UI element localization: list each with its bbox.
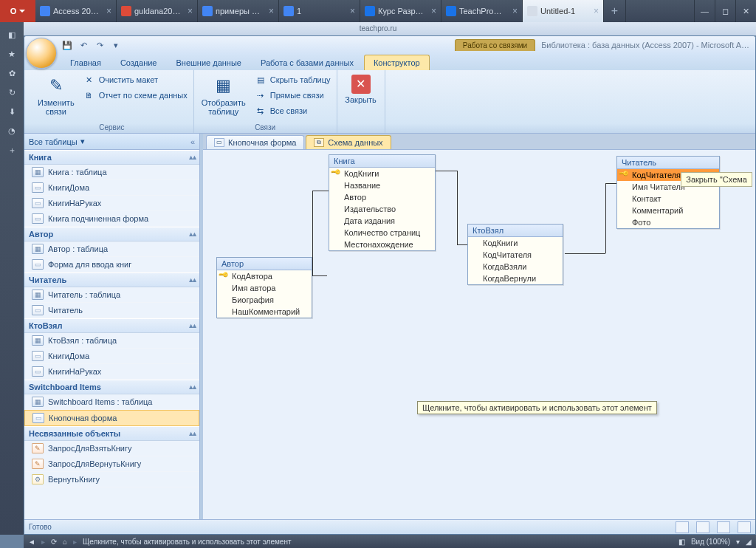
nav-item[interactable]: ▭Книга подчиненная форма (24, 211, 199, 227)
table-field[interactable]: Контакт (617, 193, 719, 205)
reload-icon[interactable]: ⟳ (51, 538, 57, 546)
table-field[interactable]: Автор (329, 191, 435, 203)
undo-icon[interactable]: ↶ (78, 41, 89, 50)
table-field[interactable]: КодКниги (329, 168, 435, 179)
nav-group-header[interactable]: Книга▲▲ (24, 150, 199, 165)
gear-icon[interactable]: ✿ (5, 66, 18, 80)
table-avtor[interactable]: АвторКодАвтораИмя автораБиографияНашКомм… (216, 257, 312, 318)
tab-external[interactable]: Внешние данные (168, 55, 250, 70)
window-maximize[interactable]: ◻ (715, 0, 735, 22)
table-header[interactable]: Автор (217, 258, 312, 270)
tab-close-icon[interactable]: × (269, 6, 274, 16)
table-ktovzyal[interactable]: КтоВзялКодКнигиКодЧитателяКогдаВзялиКогд… (467, 224, 563, 285)
browser-tab[interactable]: 1× (279, 0, 360, 22)
nav-group-header[interactable]: Читатель▲▲ (24, 273, 199, 287)
home-icon[interactable]: ⌂ (63, 538, 67, 546)
show-table-button[interactable]: ▦ Отобразить таблицу (199, 73, 249, 117)
table-field[interactable]: Название (329, 179, 435, 191)
tab-close-icon[interactable]: × (431, 6, 436, 16)
nav-group-header[interactable]: Автор▲▲ (24, 227, 199, 242)
table-field[interactable]: Количество страниц (329, 227, 435, 239)
nav-group-header[interactable]: Несвязанные объекты▲▲ (24, 426, 199, 441)
zoom-label[interactable]: Вид (100%) (691, 538, 730, 546)
table-chitatel[interactable]: ЧитательКодЧитателяИмя ЧитателяКонтактКо… (616, 156, 720, 229)
history-icon[interactable]: ◔ (5, 124, 18, 137)
nav-item[interactable]: ▭КнигиДома (24, 349, 199, 364)
browser-tab[interactable]: Untitled-1× (523, 0, 604, 22)
doc-tab-form[interactable]: ▭Кнопочная форма (206, 135, 304, 149)
nav-group-header[interactable]: КтоВзял▲▲ (24, 318, 199, 333)
nav-item[interactable]: ▦КтоВзял : таблица (24, 333, 199, 349)
tab-close-icon[interactable]: × (350, 6, 355, 16)
table-field[interactable]: КодАвтора (217, 270, 312, 282)
sync-icon[interactable]: ↻ (5, 86, 18, 99)
table-field[interactable]: КогдаВзяли (468, 261, 563, 273)
view-sql-button[interactable] (717, 521, 730, 533)
tab-create[interactable]: Создание (111, 55, 166, 70)
table-field[interactable]: КогдаВернули (468, 273, 563, 284)
nav-back-icon[interactable]: ◄ (28, 538, 35, 546)
relation-report-button[interactable]: 🗎Отчет по схеме данных (82, 89, 189, 102)
table-kniga[interactable]: КнигаКодКнигиНазваниеАвторИздательствоДа… (329, 154, 436, 251)
browser-tab[interactable]: Курс Разр…× (360, 0, 441, 22)
browser-tab[interactable]: Access 20…× (35, 0, 117, 22)
window-close[interactable]: ✕ (735, 0, 756, 22)
table-field[interactable]: Имя автора (217, 282, 312, 294)
tab-close-icon[interactable]: × (106, 6, 111, 16)
nav-item[interactable]: ✎ЗапросДляВернутьКнигу (24, 456, 199, 472)
table-field[interactable]: Комментарий (617, 205, 719, 216)
nav-item[interactable]: ▦Читатель : таблица (24, 287, 199, 303)
tab-home[interactable]: Главная (61, 55, 110, 70)
view-other-button[interactable] (738, 521, 751, 533)
nav-pane-header[interactable]: Все таблицы ▾ « (24, 134, 199, 150)
nav-collapse-icon[interactable]: « (190, 137, 195, 146)
nav-item[interactable]: ▦Switchboard Items : таблица (24, 394, 199, 410)
bookmark-icon[interactable]: ★ (5, 47, 18, 61)
close-button[interactable]: ✕ Закрыть (342, 73, 380, 106)
doc-tab-schema[interactable]: ⧉Схема данных (306, 135, 391, 149)
office-orb-button[interactable] (26, 38, 57, 69)
table-header[interactable]: Книга (329, 155, 435, 168)
clear-layout-button[interactable]: ✕Очистить макет (82, 73, 189, 86)
add-panel-icon[interactable]: ＋ (5, 143, 18, 157)
table-header[interactable]: КтоВзял (468, 225, 563, 237)
view-design-button[interactable] (696, 521, 709, 533)
nav-item[interactable]: ⚙ВернутьКнигу (24, 472, 199, 487)
nav-item[interactable]: ▭Кнопочная форма (24, 410, 199, 426)
table-field[interactable]: Дата издания (329, 215, 435, 227)
nav-item[interactable]: ▭КнигиДома (24, 180, 199, 196)
table-field[interactable]: Местонахождение (329, 239, 435, 250)
table-field[interactable]: КодКниги (468, 237, 563, 249)
tab-designer[interactable]: Конструктор (364, 55, 430, 70)
save-icon[interactable]: 💾 (61, 41, 73, 50)
panel-icon[interactable]: ◧ (5, 28, 18, 41)
relationship-canvas[interactable]: КнигаКодКнигиНазваниеАвторИздательствоДа… (203, 150, 755, 519)
tab-close-icon[interactable]: × (594, 6, 599, 16)
opera-menu-button[interactable]: O (0, 0, 35, 22)
nav-item[interactable]: ▭Форма для ввода книг (24, 257, 199, 273)
window-minimize[interactable]: ― (694, 0, 715, 22)
download-icon[interactable]: ⬇ (5, 105, 18, 118)
browser-tab[interactable]: TeachPro…× (441, 0, 523, 22)
browser-tab[interactable]: guldana20…× (117, 0, 198, 22)
table-field[interactable]: НашКомментарий (217, 306, 312, 318)
hide-table-button[interactable]: ▤Скрыть таблицу (253, 73, 332, 86)
new-tab-button[interactable]: + (604, 0, 626, 22)
browser-tab[interactable]: примеры …× (198, 0, 279, 22)
nav-item[interactable]: ▭КнигиНаРуках (24, 364, 199, 380)
nav-item[interactable]: ▦Книга : таблица (24, 165, 199, 180)
nav-group-header[interactable]: Switchboard Items▲▲ (24, 380, 199, 394)
tab-dbtools[interactable]: Работа с базами данных (252, 55, 362, 70)
resize-grip-icon[interactable]: ◢ (746, 538, 752, 546)
table-field[interactable]: Фото (617, 216, 719, 228)
view-datasheet-button[interactable] (676, 521, 689, 533)
redo-icon[interactable]: ↷ (94, 41, 106, 50)
table-field[interactable]: Биография (217, 294, 312, 306)
all-links-button[interactable]: ⇆Все связи (253, 104, 332, 117)
nav-item[interactable]: ▭КнигиНаРуках (24, 196, 199, 211)
edit-relations-button[interactable]: ✎ Изменить связи (35, 73, 78, 117)
nav-item[interactable]: ▭Читатель (24, 303, 199, 318)
nav-item[interactable]: ▦Автор : таблица (24, 242, 199, 257)
table-field[interactable]: Издательство (329, 203, 435, 215)
feed-icon[interactable]: ◧ (678, 538, 685, 546)
